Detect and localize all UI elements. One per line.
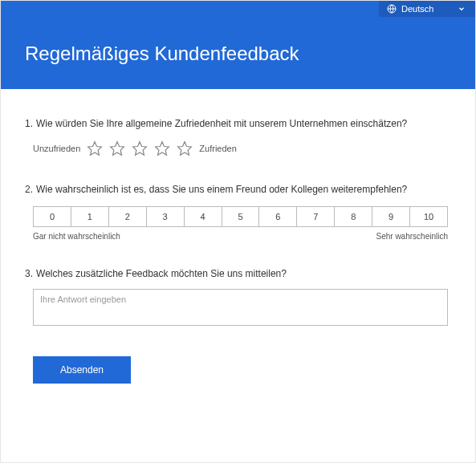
nps-0[interactable]: 0 — [34, 207, 71, 226]
nps-high-label: Sehr wahrscheinlich — [376, 232, 449, 241]
q3-number: 3. — [25, 268, 33, 279]
language-label: Deutsch — [401, 4, 453, 14]
language-selector[interactable]: Deutsch — [379, 1, 475, 17]
globe-icon — [387, 4, 397, 14]
nps-8[interactable]: 8 — [335, 207, 372, 226]
star-4[interactable] — [154, 140, 170, 156]
q3-text: Welches zusätzliche Feedback möchten Sie… — [36, 268, 287, 279]
page-title: Regelmäßiges Kundenfeedback — [25, 43, 299, 65]
nps-7[interactable]: 7 — [297, 207, 335, 226]
nps-1[interactable]: 1 — [71, 207, 109, 226]
chevron-down-icon — [458, 5, 466, 13]
nps-5[interactable]: 5 — [222, 207, 260, 226]
feedback-textarea[interactable] — [33, 289, 448, 326]
nps-9[interactable]: 9 — [372, 207, 410, 226]
star-1[interactable] — [87, 140, 103, 156]
form-header: Deutsch Regelmäßiges Kundenfeedback — [1, 1, 475, 89]
star-2[interactable] — [109, 140, 125, 156]
q2-number: 2. — [25, 184, 33, 195]
question-2: 2. Wie wahrscheinlich ist es, dass Sie u… — [25, 184, 451, 241]
rating-high-label: Zufrieden — [199, 144, 236, 153]
submit-button[interactable]: Absenden — [33, 356, 131, 384]
svg-marker-1 — [88, 142, 102, 156]
nps-scale: 0 1 2 3 4 5 6 7 8 9 10 — [33, 206, 448, 227]
star-5[interactable] — [177, 140, 193, 156]
q1-text: Wie würden Sie Ihre allgemeine Zufrieden… — [36, 118, 407, 129]
q2-text: Wie wahrscheinlich ist es, dass Sie uns … — [36, 184, 407, 195]
nps-10[interactable]: 10 — [410, 207, 447, 226]
svg-marker-4 — [156, 142, 169, 156]
question-1: 1. Wie würden Sie Ihre allgemeine Zufrie… — [25, 118, 451, 156]
question-3: 3. Welches zusätzliche Feedback möchten … — [25, 268, 451, 329]
nps-2[interactable]: 2 — [109, 207, 147, 226]
nps-low-label: Gar nicht wahrscheinlich — [33, 232, 120, 241]
star-3[interactable] — [132, 140, 148, 156]
form-content: 1. Wie würden Sie Ihre allgemeine Zufrie… — [1, 89, 475, 400]
svg-marker-3 — [133, 142, 147, 156]
rating-low-label: Unzufrieden — [33, 144, 80, 153]
svg-marker-2 — [111, 142, 124, 156]
q1-number: 1. — [25, 118, 33, 129]
star-rating: Unzufrieden Zufrieden — [33, 140, 451, 156]
nps-3[interactable]: 3 — [147, 207, 185, 226]
nps-4[interactable]: 4 — [185, 207, 222, 226]
nps-6[interactable]: 6 — [259, 207, 297, 226]
star-group — [87, 140, 193, 156]
svg-marker-5 — [178, 142, 192, 156]
